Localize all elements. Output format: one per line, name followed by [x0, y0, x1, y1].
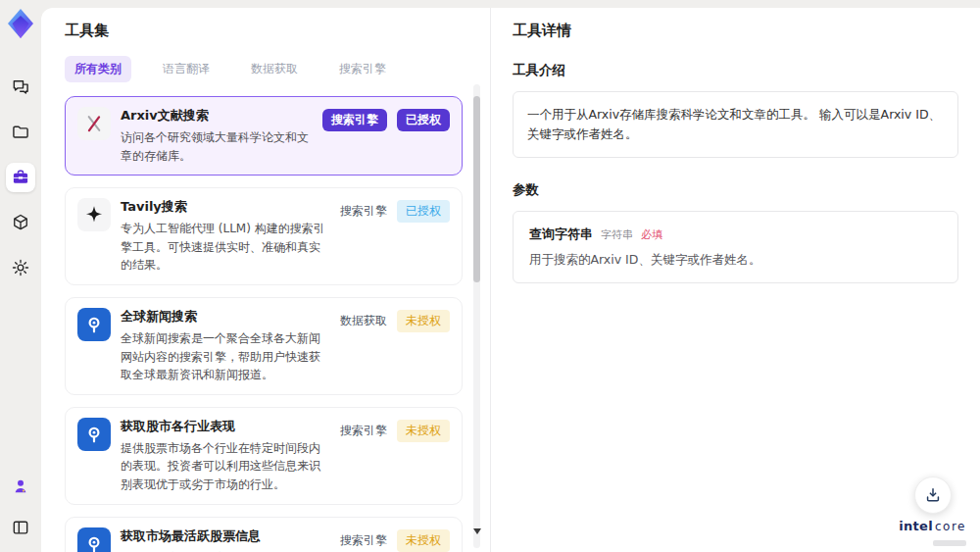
- tool-tags: 数据获取 未授权: [340, 308, 450, 384]
- tool-card-list: Arxiv文献搜索 访问各个研究领域大量科学论文和文章的存储库。 搜索引擎 已授…: [65, 96, 463, 552]
- cube-icon[interactable]: [6, 208, 35, 237]
- settings-gear-icon[interactable]: [6, 253, 35, 282]
- parameter-header: 查询字符串 字符串 必填: [529, 226, 942, 243]
- tool-name: Arxiv文献搜索: [121, 107, 313, 125]
- tool-tags: 搜索引擎 已授权: [340, 198, 450, 275]
- scrollbar-thumb[interactable]: [473, 96, 480, 282]
- download-icon: [923, 485, 943, 505]
- juhe-data-icon: [77, 308, 111, 341]
- download-button[interactable]: [914, 477, 952, 514]
- collapse-panel-icon[interactable]: [6, 513, 35, 542]
- juhe-data-icon: [77, 527, 111, 552]
- detail-title: 工具详情: [513, 22, 958, 40]
- juhe-data-icon: [77, 418, 111, 451]
- tool-tags: 搜索引擎 未授权: [340, 527, 450, 552]
- intel-core-logo: intel core: [899, 519, 966, 533]
- tool-info: 获取股市各行业表现 提供股票市场各个行业在特定时间段内的表现。投资者可以利用这些…: [121, 418, 330, 494]
- category-label: 数据获取: [340, 310, 387, 332]
- list-scrollbar[interactable]: [473, 84, 480, 548]
- parameter-type: 字符串: [601, 227, 633, 242]
- app-window: 工具集 所有类别 语言翻译 数据获取 搜索引擎 A: [0, 0, 980, 552]
- tool-description: 提供当天交易量最高的股票列表。投资者可以利用这些信息来识别流动性强的股票和潜在的…: [121, 549, 330, 552]
- params-heading: 参数: [513, 181, 958, 199]
- tool-name: 获取市场最活跃股票信息: [121, 527, 330, 545]
- tool-description: 访问各个研究领域大量科学论文和文章的存储库。: [121, 128, 313, 165]
- tool-info: Tavily搜索 专为人工智能代理 (LLM) 构建的搜索引擎工具。可快速提供实…: [121, 198, 330, 275]
- sidebar: [0, 0, 41, 552]
- tool-description: 全球新闻搜索是一个聚合全球各大新闻网站内容的搜索引擎，帮助用户快速获取全球最新资…: [121, 329, 330, 384]
- unauthorized-badge: 未授权: [397, 529, 450, 552]
- tab-search-engine[interactable]: 搜索引擎: [329, 56, 396, 82]
- tab-all-categories[interactable]: 所有类别: [65, 56, 131, 82]
- tool-name: Tavily搜索: [121, 198, 330, 216]
- unauthorized-badge: 未授权: [397, 420, 450, 442]
- tool-info: 获取市场最活跃股票信息 提供当天交易量最高的股票列表。投资者可以利用这些信息来识…: [121, 527, 330, 552]
- folder-icon[interactable]: [6, 118, 35, 147]
- sidebar-nav: [6, 73, 35, 282]
- arxiv-icon: [77, 107, 111, 140]
- user-avatar-icon[interactable]: [6, 472, 35, 501]
- tool-intro-text: 一个用于从Arxiv存储库搜索科学论文和文章的工具。 输入可以是Arxiv ID…: [513, 91, 958, 158]
- tool-card-arxiv[interactable]: Arxiv文献搜索 访问各个研究领域大量科学论文和文章的存储库。 搜索引擎 已授…: [65, 96, 463, 176]
- corner-widget: intel core: [899, 477, 966, 546]
- tool-description: 提供股票市场各个行业在特定时间段内的表现。投资者可以利用这些信息来识别表现优于或…: [121, 439, 330, 494]
- parameter-name: 查询字符串: [529, 226, 593, 243]
- sidebar-bottom: [6, 472, 35, 542]
- intel-logo-sub-badge: [933, 540, 966, 546]
- chat-icon[interactable]: [6, 73, 35, 102]
- tab-data-acquisition[interactable]: 数据获取: [241, 56, 308, 82]
- page-title: 工具集: [65, 22, 463, 40]
- main-content: 工具集 所有类别 语言翻译 数据获取 搜索引擎 A: [41, 8, 980, 552]
- tavily-star-icon: [77, 198, 111, 231]
- intel-wordmark: intel: [899, 519, 933, 533]
- category-badge: 搜索引擎: [322, 109, 387, 131]
- tool-detail-panel: 工具详情 工具介绍 一个用于从Arxiv存储库搜索科学论文和文章的工具。 输入可…: [490, 8, 980, 552]
- category-label: 搜索引擎: [340, 529, 387, 552]
- scrollbar-down-arrow-icon[interactable]: [473, 528, 481, 534]
- tool-card-global-news[interactable]: 全球新闻搜索 全球新闻搜索是一个聚合全球各大新闻网站内容的搜索引擎，帮助用户快速…: [65, 297, 463, 395]
- authorized-badge: 已授权: [397, 200, 450, 223]
- tool-description: 专为人工智能代理 (LLM) 构建的搜索引擎工具。可快速提供实时、准确和真实的结…: [121, 220, 330, 275]
- tool-tags: 搜索引擎 已授权: [322, 107, 450, 165]
- tool-tags: 搜索引擎 未授权: [340, 418, 450, 494]
- category-label: 搜索引擎: [340, 420, 387, 442]
- category-tabs: 所有类别 语言翻译 数据获取 搜索引擎: [65, 56, 463, 82]
- tool-card-stock-sector[interactable]: 获取股市各行业表现 提供股票市场各个行业在特定时间段内的表现。投资者可以利用这些…: [65, 407, 463, 505]
- tool-info: 全球新闻搜索 全球新闻搜索是一个聚合全球各大新闻网站内容的搜索引擎，帮助用户快速…: [121, 308, 330, 384]
- tool-card-tavily[interactable]: Tavily搜索 专为人工智能代理 (LLM) 构建的搜索引擎工具。可快速提供实…: [65, 187, 463, 285]
- app-logo-icon: [5, 8, 36, 39]
- authorized-badge: 已授权: [397, 109, 450, 131]
- tool-name: 全球新闻搜索: [121, 308, 330, 326]
- tool-card-active-stocks[interactable]: 获取市场最活跃股票信息 提供当天交易量最高的股票列表。投资者可以利用这些信息来识…: [65, 517, 463, 552]
- toolbox-icon[interactable]: [6, 163, 35, 192]
- tool-list-panel: 工具集 所有类别 语言翻译 数据获取 搜索引擎 A: [41, 8, 490, 552]
- parameter-card: 查询字符串 字符串 必填 用于搜索的Arxiv ID、关键字或作者姓名。: [513, 211, 958, 283]
- category-label: 搜索引擎: [340, 200, 387, 223]
- intro-heading: 工具介绍: [513, 62, 958, 79]
- tool-info: Arxiv文献搜索 访问各个研究领域大量科学论文和文章的存储库。: [121, 107, 313, 165]
- tool-name: 获取股市各行业表现: [121, 418, 330, 435]
- parameter-description: 用于搜索的Arxiv ID、关键字或作者姓名。: [529, 252, 942, 269]
- required-badge: 必填: [641, 227, 662, 242]
- core-wordmark: core: [935, 520, 966, 533]
- unauthorized-badge: 未授权: [397, 310, 450, 332]
- tab-language-translation[interactable]: 语言翻译: [153, 56, 220, 82]
